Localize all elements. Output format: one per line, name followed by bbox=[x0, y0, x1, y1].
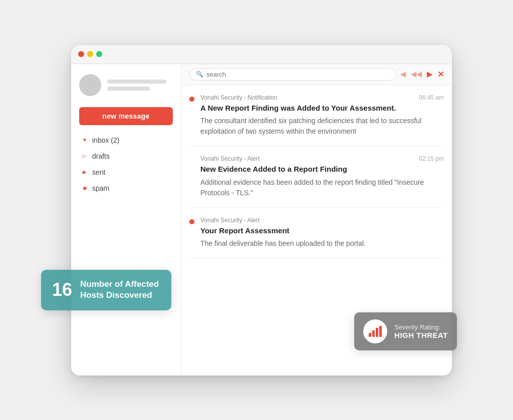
outer-wrapper: new message ▼ inbox (2) ▷ drafts ▶ sent bbox=[41, 30, 472, 390]
back-arrow[interactable]: ◀ bbox=[400, 70, 406, 78]
nav-items: ▼ inbox (2) ▷ drafts ▶ sent ■ spam bbox=[79, 133, 173, 195]
message-time-2: 02:15 pm bbox=[419, 155, 444, 162]
severity-value: HIGH THREAT bbox=[394, 331, 448, 339]
message-item-3[interactable]: Vonahi Security - Alert Your Report Asse… bbox=[189, 208, 444, 259]
bar-3 bbox=[376, 328, 378, 337]
sidebar-item-sent[interactable]: ▶ sent bbox=[79, 165, 173, 179]
message-header-3: Vonahi Security - Alert bbox=[200, 217, 444, 224]
search-close-button[interactable]: ✕ bbox=[437, 70, 444, 79]
drafts-chevron-icon: ▷ bbox=[81, 153, 88, 159]
message-title-2: New Evidence Added to a Report Finding bbox=[200, 164, 444, 174]
profile-lines bbox=[107, 80, 173, 91]
close-traffic-light[interactable] bbox=[78, 51, 84, 57]
message-sender-2: Vonahi Security - Alert bbox=[200, 155, 260, 162]
bar-1 bbox=[369, 333, 371, 337]
message-content-2: Vonahi Security - Alert 02:15 pm New Evi… bbox=[200, 155, 444, 198]
hosts-text: Number of Affected Hosts Discovered bbox=[80, 279, 160, 301]
message-content-3: Vonahi Security - Alert Your Report Asse… bbox=[200, 217, 444, 249]
spam-icon: ■ bbox=[81, 185, 88, 192]
sent-chevron-icon: ▶ bbox=[81, 169, 88, 175]
nav-arrows: ◀ ◀◀ ▶ ✕ bbox=[400, 70, 444, 79]
profile-line-2 bbox=[107, 87, 150, 91]
minimize-traffic-light[interactable] bbox=[87, 51, 93, 57]
tooltip-hosts: 16 Number of Affected Hosts Discovered bbox=[41, 270, 171, 310]
severity-text: Severity Rating: HIGH THREAT bbox=[394, 323, 448, 339]
sidebar-item-spam[interactable]: ■ spam bbox=[79, 181, 173, 195]
spam-label: spam bbox=[92, 184, 109, 192]
profile-area bbox=[79, 74, 173, 96]
sent-label: sent bbox=[92, 168, 105, 176]
hosts-number: 16 bbox=[52, 281, 72, 299]
profile-line-1 bbox=[107, 80, 166, 84]
bar-4 bbox=[379, 326, 382, 337]
new-message-button[interactable]: new message bbox=[79, 107, 173, 125]
message-body-1: The consultant identified six patching d… bbox=[200, 116, 444, 137]
avatar bbox=[79, 74, 101, 96]
search-input-wrap: 🔍 bbox=[189, 68, 396, 81]
search-bar: 🔍 ◀ ◀◀ ▶ ✕ bbox=[181, 64, 452, 85]
search-input[interactable] bbox=[206, 71, 390, 78]
forward-arrow[interactable]: ▶ bbox=[427, 70, 432, 78]
message-content-1: Vonahi Security - Notification 06:45 am … bbox=[200, 94, 444, 137]
inbox-chevron-icon: ▼ bbox=[81, 137, 88, 143]
inbox-label: inbox (2) bbox=[92, 136, 119, 144]
severity-icon-wrap bbox=[363, 319, 387, 343]
bar-chart-icon bbox=[369, 326, 382, 337]
message-header-1: Vonahi Security - Notification 06:45 am bbox=[200, 94, 444, 101]
sidebar-item-inbox[interactable]: ▼ inbox (2) bbox=[79, 133, 173, 147]
message-time-1: 06:45 am bbox=[419, 94, 444, 101]
message-body-2: Additional evidence has been added to th… bbox=[200, 177, 444, 198]
message-body-3: The final deliverable has been uploaded … bbox=[200, 238, 444, 249]
message-title-1: A New Report Finding was Added to Your A… bbox=[200, 103, 444, 113]
search-icon: 🔍 bbox=[196, 71, 203, 78]
drafts-label: drafts bbox=[92, 152, 110, 160]
read-dot-2 bbox=[189, 158, 194, 163]
maximize-traffic-light[interactable] bbox=[96, 51, 102, 57]
message-header-2: Vonahi Security - Alert 02:15 pm bbox=[200, 155, 444, 162]
message-item-2[interactable]: Vonahi Security - Alert 02:15 pm New Evi… bbox=[189, 146, 444, 208]
tooltip-severity: Severity Rating: HIGH THREAT bbox=[354, 312, 457, 350]
back-back-arrow[interactable]: ◀◀ bbox=[411, 70, 422, 78]
sidebar-item-drafts[interactable]: ▷ drafts bbox=[79, 149, 173, 163]
bar-2 bbox=[372, 330, 375, 337]
unread-dot-1 bbox=[189, 97, 194, 102]
title-bar bbox=[71, 45, 452, 64]
message-title-3: Your Report Assessment bbox=[200, 226, 444, 236]
unread-dot-3 bbox=[189, 219, 194, 224]
sidebar: new message ▼ inbox (2) ▷ drafts ▶ sent bbox=[71, 64, 181, 375]
severity-label: Severity Rating: bbox=[394, 323, 448, 331]
message-sender-3: Vonahi Security - Alert bbox=[200, 217, 260, 224]
message-item-1[interactable]: Vonahi Security - Notification 06:45 am … bbox=[189, 85, 444, 147]
message-sender-1: Vonahi Security - Notification bbox=[200, 94, 277, 101]
